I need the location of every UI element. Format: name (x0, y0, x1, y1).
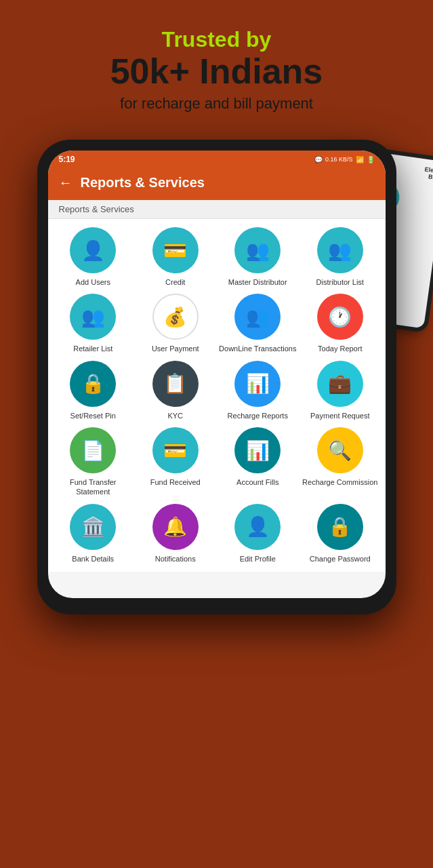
service-label-recharge-commission: Recharge Commission (302, 477, 377, 487)
status-time: 5:19 (59, 155, 75, 164)
service-icon-user-payment: 💰 (152, 294, 199, 340)
service-icon-add-users: 👤 (70, 227, 116, 273)
service-icon-fund-transfer-statement: 📄 (70, 427, 116, 473)
headline: 50k+ Indians (14, 52, 419, 91)
app-header: ← Reports & Services (48, 168, 386, 200)
service-label-recharge-reports: Recharge Reports (228, 411, 288, 420)
section-label: Reports & Services (48, 200, 386, 219)
service-label-kyc: KYC (167, 411, 183, 420)
service-label-downline-transactions: DownLine Transactions (219, 344, 296, 353)
back-button[interactable]: ← (59, 175, 73, 191)
service-icon-retailer-list: 👥 (70, 294, 116, 340)
phone-wrapper: 5:19 💬 0.16 KB/S 📶 🔋 ← Reports & Service… (37, 140, 396, 614)
service-icon-fund-received: 💳 (152, 427, 199, 473)
service-icon-today-report: 🕐 (317, 294, 363, 340)
service-label-distributor-list: Distributor List (316, 277, 364, 287)
service-item-bank-details[interactable]: 🏛️Bank Details (54, 504, 133, 564)
service-item-recharge-reports[interactable]: 📊Recharge Reports (218, 361, 298, 420)
whatsapp-icon: 💬 (314, 156, 323, 163)
service-label-bank-details: Bank Details (72, 554, 114, 564)
service-icon-payment-request: 💼 (317, 361, 363, 407)
service-label-edit-profile: Edit Profile (240, 554, 276, 564)
service-label-notifications: Notifications (155, 554, 196, 564)
marketing-section: Trusted by 50k+ Indians for recharge and… (0, 0, 433, 126)
service-label-payment-request: Payment Request (310, 411, 369, 420)
service-item-payment-request[interactable]: 💼Payment Request (300, 361, 380, 420)
service-item-account-fills[interactable]: 📊Account Fills (218, 427, 298, 497)
service-item-downline-transactions[interactable]: 👥DownLine Transactions (218, 294, 298, 353)
service-label-change-password: Change Password (310, 554, 371, 564)
trusted-label: Trusted by (14, 27, 419, 52)
service-item-notifications[interactable]: 🔔Notifications (136, 504, 215, 564)
service-icon-recharge-reports: 📊 (234, 361, 281, 407)
status-icons: 💬 0.16 KB/S 📶 🔋 (314, 156, 375, 163)
service-label-fund-transfer-statement: Fund Transfer Statement (54, 477, 133, 497)
service-label-master-distributor: Master Distributor (228, 277, 287, 287)
service-label-set-reset-pin: Set/Reset Pin (70, 411, 116, 420)
service-icon-master-distributor: 👥 (234, 227, 281, 273)
subtext: for recharge and bill payment (14, 95, 419, 113)
services-grid: 👤Add Users💳Credit👥Master Distributor👥Dis… (48, 219, 386, 572)
header-title: Reports & Services (81, 175, 205, 191)
service-label-account-fills: Account Fills (236, 477, 279, 487)
service-item-kyc[interactable]: 📋KYC (136, 361, 215, 420)
phone-screen: 5:19 💬 0.16 KB/S 📶 🔋 ← Reports & Service… (48, 151, 386, 598)
service-item-user-payment[interactable]: 💰User Payment (136, 294, 215, 353)
data-speed: 0.16 KB/S (325, 156, 353, 163)
service-label-retailer-list: Retailer List (73, 344, 112, 353)
service-label-user-payment: User Payment (152, 344, 199, 353)
service-icon-edit-profile: 👤 (234, 504, 281, 550)
service-icon-kyc: 📋 (152, 361, 199, 407)
phone-frame: 5:19 💬 0.16 KB/S 📶 🔋 ← Reports & Service… (37, 140, 396, 614)
service-item-set-reset-pin[interactable]: 🔒Set/Reset Pin (54, 361, 133, 420)
status-bar: 5:19 💬 0.16 KB/S 📶 🔋 (48, 151, 386, 168)
service-icon-notifications: 🔔 (152, 504, 199, 550)
service-item-add-users[interactable]: 👤Add Users (54, 227, 133, 287)
service-item-master-distributor[interactable]: 👥Master Distributor (218, 227, 298, 287)
service-icon-set-reset-pin: 🔒 (70, 361, 116, 407)
service-icon-credit: 💳 (152, 227, 199, 273)
service-item-recharge-commission[interactable]: 🔍Recharge Commission (300, 427, 380, 497)
service-label-add-users: Add Users (76, 277, 110, 287)
service-item-fund-transfer-statement[interactable]: 📄Fund Transfer Statement (54, 427, 133, 497)
service-item-edit-profile[interactable]: 👤Edit Profile (218, 504, 298, 564)
service-icon-change-password: 🔒 (317, 504, 363, 550)
service-icon-downline-transactions: 👥 (234, 294, 281, 340)
service-item-change-password[interactable]: 🔒Change Password (300, 504, 380, 564)
battery-icon: 🔋 (367, 156, 375, 163)
service-label-credit: Credit (165, 277, 185, 287)
signal-icon: 📶 (356, 156, 364, 163)
service-icon-recharge-commission: 🔍 (317, 427, 363, 473)
service-item-today-report[interactable]: 🕐Today Report (300, 294, 380, 353)
service-item-fund-received[interactable]: 💳Fund Received (136, 427, 215, 497)
service-icon-bank-details: 🏛️ (70, 504, 116, 550)
service-item-credit[interactable]: 💳Credit (136, 227, 215, 287)
service-label-today-report: Today Report (318, 344, 362, 353)
service-icon-distributor-list: 👥 (317, 227, 363, 273)
service-icon-account-fills: 📊 (234, 427, 281, 473)
service-label-fund-received: Fund Received (150, 477, 201, 487)
service-item-retailer-list[interactable]: 👥Retailer List (54, 294, 133, 353)
service-item-distributor-list[interactable]: 👥Distributor List (300, 227, 380, 287)
